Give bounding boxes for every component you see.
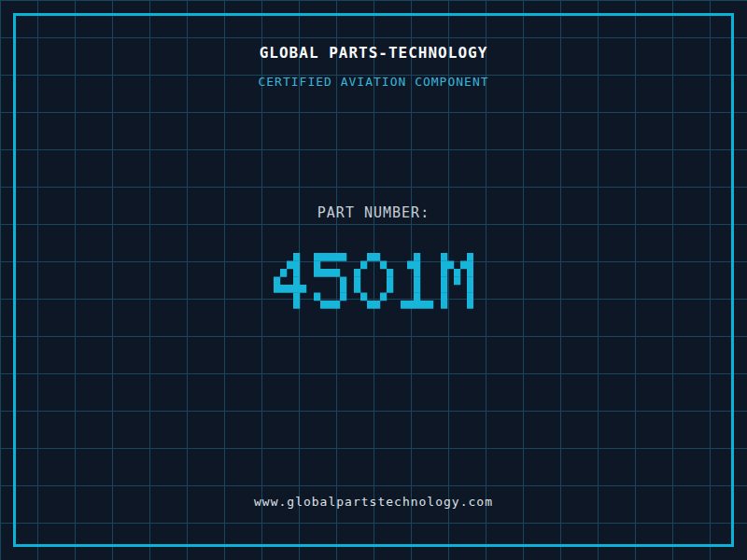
brand-title: GLOBAL PARTS-TECHNOLOGY [0,44,747,62]
blueprint-grid-background: GLOBAL PARTS-TECHNOLOGY CERTIFIED AVIATI… [0,0,747,560]
certification-subtitle: CERTIFIED AVIATION COMPONENT [0,75,747,89]
part-number-label: PART NUMBER: [0,204,747,221]
part-number-value [0,253,747,309]
website-url: www.globalpartstechnology.com [0,495,747,509]
